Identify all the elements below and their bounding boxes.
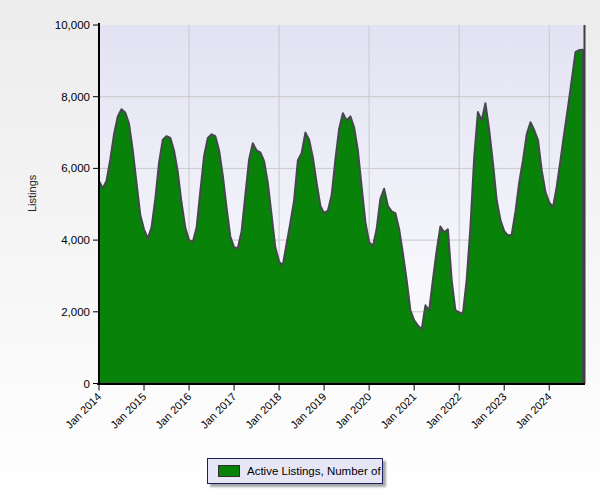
legend-swatch bbox=[218, 465, 240, 477]
x-tick-label: Jan 2015 bbox=[108, 390, 148, 430]
legend: Active Listings, Number of bbox=[207, 458, 383, 484]
x-tick-label: Jan 2014 bbox=[63, 390, 103, 430]
x-tick-label: Jan 2023 bbox=[468, 390, 508, 430]
x-tick-label: Jan 2017 bbox=[198, 390, 238, 430]
x-tick-label: Jan 2018 bbox=[243, 390, 283, 430]
x-tick-label: Jan 2016 bbox=[153, 390, 193, 430]
active-listings-area-chart: 02,0004,0006,0008,00010,000Jan 2014Jan 2… bbox=[0, 0, 600, 500]
x-tick-label: Jan 2021 bbox=[378, 390, 418, 430]
chart-window: 02,0004,0006,0008,00010,000Jan 2014Jan 2… bbox=[0, 0, 600, 500]
y-tick-label: 6,000 bbox=[61, 162, 90, 174]
y-tick-label: 2,000 bbox=[61, 306, 90, 318]
x-tick-label: Jan 2024 bbox=[513, 390, 553, 430]
x-tick-label: Jan 2020 bbox=[333, 390, 373, 430]
x-tick-label: Jan 2022 bbox=[423, 390, 463, 430]
y-tick-label: 8,000 bbox=[61, 91, 90, 103]
x-tick-label: Jan 2019 bbox=[288, 390, 328, 430]
legend-label: Active Listings, Number of bbox=[247, 465, 381, 477]
y-tick-label: 0 bbox=[84, 378, 90, 390]
y-axis-title: Listings bbox=[26, 192, 38, 212]
y-tick-label: 10,000 bbox=[55, 19, 90, 31]
y-tick-label: 4,000 bbox=[61, 234, 90, 246]
